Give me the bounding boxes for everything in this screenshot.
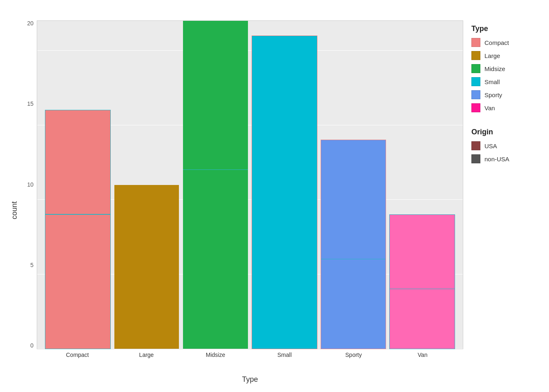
bar-group	[45, 21, 110, 349]
legend-origin-title: Origin	[471, 128, 537, 136]
legend-item: Compact	[471, 38, 537, 47]
y-axis-label: count	[8, 20, 20, 384]
x-label: Large	[114, 349, 179, 374]
legend-label: Van	[484, 105, 495, 111]
legend-swatch	[471, 51, 480, 60]
y-tick: 5	[30, 262, 33, 268]
bar-group	[183, 21, 248, 349]
legend-swatch	[471, 77, 480, 86]
legend-label: Small	[484, 78, 500, 85]
bar-division-line	[45, 214, 110, 215]
bar	[390, 215, 455, 349]
legend-item: USA	[471, 141, 537, 150]
chart-body: count 05101520 CompactLargeMidsizeSmallS…	[8, 20, 463, 384]
bar-group	[390, 21, 455, 349]
bars-row	[37, 21, 463, 349]
chart-plot-area: 05101520 CompactLargeMidsizeSmallSportyV…	[20, 20, 463, 384]
bar-group	[252, 21, 317, 349]
x-labels: CompactLargeMidsizeSmallSportyVan	[37, 349, 463, 374]
legend-swatch	[471, 103, 480, 112]
chart-container: count 05101520 CompactLargeMidsizeSmallS…	[0, 0, 549, 392]
x-label: Midsize	[183, 349, 248, 374]
bar	[321, 140, 386, 349]
legend-item: Midsize	[471, 64, 537, 73]
x-label: Van	[390, 349, 455, 374]
y-tick: 10	[27, 182, 33, 187]
legend-item: Van	[471, 103, 537, 112]
legend-swatch	[471, 64, 480, 73]
bar	[252, 36, 317, 349]
legend-label: non-USA	[484, 156, 509, 163]
bar	[114, 185, 179, 349]
y-ticks: 05101520	[20, 20, 37, 349]
bar	[183, 21, 248, 349]
legend-item: Sporty	[471, 90, 537, 99]
legend-label: Sporty	[484, 91, 502, 98]
legend-swatch	[471, 141, 480, 150]
x-label: Sporty	[321, 349, 386, 374]
x-label: Compact	[45, 349, 110, 374]
legend-label: Midsize	[484, 65, 505, 72]
legend-label: USA	[484, 143, 497, 149]
bar-division-line	[390, 289, 455, 290]
legend-item: non-USA	[471, 154, 537, 163]
bar	[45, 110, 110, 349]
y-tick: 0	[30, 343, 33, 348]
legend-swatch	[471, 90, 480, 99]
plot-with-yaxis: 05101520	[20, 20, 463, 349]
legend-type-title: Type	[471, 24, 537, 33]
legend-label: Compact	[484, 39, 509, 46]
chart-area: count 05101520 CompactLargeMidsizeSmallS…	[8, 8, 463, 384]
legend-item: Small	[471, 77, 537, 86]
bar-division-line	[183, 169, 248, 170]
x-axis-title: Type	[20, 374, 463, 384]
bar-division-line	[321, 259, 386, 260]
x-axis-area: CompactLargeMidsizeSmallSportyVan	[20, 349, 463, 374]
bar-group	[321, 21, 386, 349]
legend-area: TypeCompactLargeMidsizeSmallSportyVanOri…	[463, 8, 545, 384]
chart-title-area	[8, 8, 463, 20]
legend-item: Large	[471, 51, 537, 60]
legend-label: Large	[484, 52, 500, 59]
y-tick: 15	[27, 101, 33, 107]
plot-inner	[37, 20, 463, 349]
legend-swatch	[471, 38, 480, 47]
bar-group	[114, 21, 179, 349]
y-tick: 20	[27, 20, 33, 26]
legend-swatch	[471, 154, 480, 163]
x-label: Small	[252, 349, 317, 374]
